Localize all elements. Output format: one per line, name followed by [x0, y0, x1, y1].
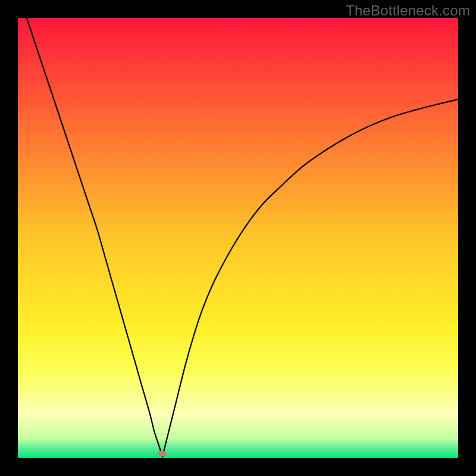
plot-svg: [18, 18, 458, 458]
chart-frame: TheBottleneck.com: [0, 0, 476, 476]
watermark-text: TheBottleneck.com: [346, 2, 470, 19]
minimum-marker: [158, 451, 167, 456]
plot-area: [18, 18, 458, 458]
